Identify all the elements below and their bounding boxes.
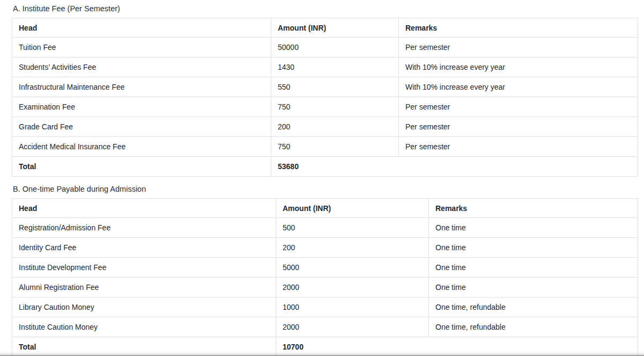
fee-amount-cell: 1430 bbox=[271, 57, 399, 77]
fee-head-cell: Alumni Registration Fee bbox=[12, 278, 276, 297]
column-header-amount-inr: Amount (INR) bbox=[276, 199, 429, 218]
table-row: Infrastructural Maintenance Fee550With 1… bbox=[12, 77, 638, 97]
table-row: Grade Card Fee200Per semester bbox=[12, 117, 638, 137]
total-label-cell: Total bbox=[12, 337, 276, 356]
fee-amount-cell: 2000 bbox=[276, 317, 429, 337]
total-label-cell: Total bbox=[12, 157, 271, 177]
section-title-one-time-payable: B. One-time Payable during Admission bbox=[12, 185, 638, 194]
fee-remarks-cell: With 10% increase every year bbox=[399, 57, 638, 77]
fee-head-cell: Institute Caution Money bbox=[12, 317, 276, 337]
section-title-institute-fee: A. Institute Fee (Per Semester) bbox=[12, 4, 638, 13]
fee-head-cell: Registration/Admission Fee bbox=[12, 218, 276, 238]
table-row: Alumni Registration Fee2000One time bbox=[12, 278, 638, 297]
column-header-remarks: Remarks bbox=[429, 199, 638, 218]
table-row: Identity Card Fee200One time bbox=[12, 238, 638, 258]
table-row: Institute Development Fee5000One time bbox=[12, 258, 638, 278]
fee-head-cell: Students’ Activities Fee bbox=[12, 57, 271, 77]
fee-remarks-cell: Per semester bbox=[399, 117, 638, 137]
table-row: Institute Caution Money2000One time, ref… bbox=[12, 317, 638, 337]
fee-remarks-cell: Per semester bbox=[399, 38, 638, 57]
fee-remarks-cell: With 10% increase every year bbox=[399, 77, 638, 97]
fee-remarks-cell: One time bbox=[429, 218, 638, 238]
fee-head-cell: Grade Card Fee bbox=[12, 117, 271, 137]
table-header-row: HeadAmount (INR)Remarks bbox=[12, 199, 638, 218]
fee-head-cell: Tuition Fee bbox=[12, 38, 271, 57]
fee-amount-cell: 750 bbox=[271, 97, 399, 117]
total-amount-cell: 10700 bbox=[276, 337, 638, 356]
table-row: Students’ Activities Fee1430With 10% inc… bbox=[12, 57, 638, 77]
total-row: Total53680 bbox=[12, 157, 638, 177]
total-row: Total10700 bbox=[12, 337, 638, 356]
one-time-payable-table: HeadAmount (INR)Remarks Registration/Adm… bbox=[12, 198, 638, 356]
fee-remarks-cell: One time bbox=[429, 278, 638, 297]
fee-remarks-cell: One time bbox=[429, 238, 638, 258]
fee-amount-cell: 200 bbox=[276, 238, 429, 258]
fee-amount-cell: 2000 bbox=[276, 278, 429, 297]
column-header-head: Head bbox=[12, 199, 276, 218]
fee-remarks-cell: One time, refundable bbox=[429, 317, 638, 337]
fee-head-cell: Examination Fee bbox=[12, 97, 271, 117]
fee-amount-cell: 500 bbox=[276, 218, 429, 238]
fee-remarks-cell: One time bbox=[429, 258, 638, 278]
fee-remarks-cell: Per semester bbox=[399, 97, 638, 117]
fee-remarks-cell: Per semester bbox=[399, 137, 638, 157]
fee-head-cell: Institute Development Fee bbox=[12, 258, 276, 278]
fee-head-cell: Library Caution Money bbox=[12, 297, 276, 317]
total-amount-cell: 53680 bbox=[271, 157, 638, 177]
table-row: Library Caution Money1000One time, refun… bbox=[12, 297, 638, 317]
fee-amount-cell: 1000 bbox=[276, 297, 429, 317]
fee-structure-page: A. Institute Fee (Per Semester) HeadAmou… bbox=[0, 0, 644, 356]
institute-fee-section: A. Institute Fee (Per Semester) HeadAmou… bbox=[12, 4, 638, 177]
fee-head-cell: Accident Medical Insurance Fee bbox=[12, 137, 271, 157]
table-row: Examination Fee750Per semester bbox=[12, 97, 638, 117]
column-header-head: Head bbox=[12, 18, 271, 38]
table-row: Registration/Admission Fee500One time bbox=[12, 218, 638, 238]
fee-amount-cell: 750 bbox=[271, 137, 399, 157]
fee-head-cell: Identity Card Fee bbox=[12, 238, 276, 258]
table-header-row: HeadAmount (INR)Remarks bbox=[12, 18, 638, 38]
fee-amount-cell: 550 bbox=[271, 77, 399, 97]
fee-amount-cell: 5000 bbox=[276, 258, 429, 278]
institute-fee-table: HeadAmount (INR)Remarks Tuition Fee50000… bbox=[12, 18, 638, 177]
fee-remarks-cell: One time, refundable bbox=[429, 297, 638, 317]
fee-head-cell: Infrastructural Maintenance Fee bbox=[12, 77, 271, 97]
column-header-remarks: Remarks bbox=[399, 18, 638, 38]
fee-amount-cell: 50000 bbox=[271, 38, 399, 57]
one-time-payable-section: B. One-time Payable during Admission Hea… bbox=[12, 185, 638, 356]
table-row: Tuition Fee50000Per semester bbox=[12, 38, 638, 57]
table-row: Accident Medical Insurance Fee750Per sem… bbox=[12, 137, 638, 157]
column-header-amount-inr: Amount (INR) bbox=[271, 18, 399, 38]
fee-amount-cell: 200 bbox=[271, 117, 399, 137]
